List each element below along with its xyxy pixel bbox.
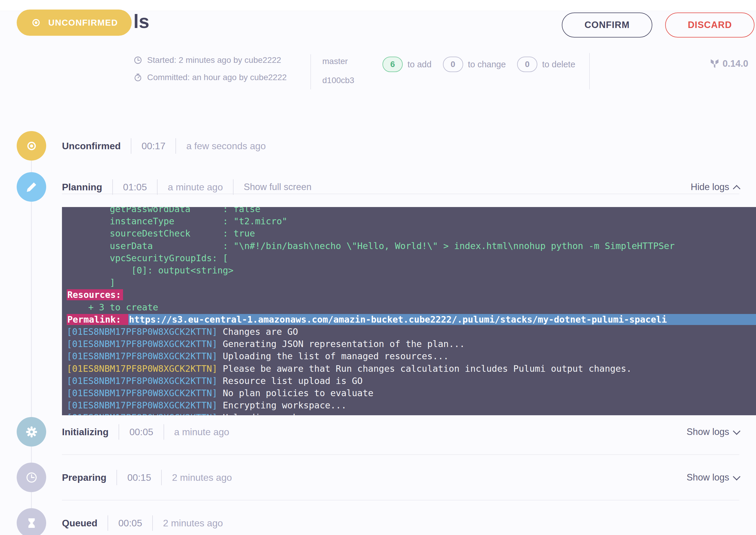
timeline-row-initializing: Initializing 00:05 a minute ago <box>62 423 229 441</box>
discard-button[interactable]: DISCARD <box>665 13 754 38</box>
stage-duration: 01:05 <box>123 182 147 193</box>
stage-duration: 00:17 <box>142 141 165 152</box>
eye-icon <box>30 17 42 28</box>
divider <box>112 179 113 195</box>
chevron-up-icon <box>733 185 740 192</box>
divider <box>176 138 176 154</box>
committed-text: Committed: an hour ago by cube2222 <box>147 73 287 82</box>
eye-icon <box>17 131 46 160</box>
show-logs-toggle-initializing[interactable]: Show logs <box>686 423 739 441</box>
stage-name: Unconfirmed <box>62 141 121 152</box>
stage-duration: 00:05 <box>129 427 153 437</box>
version-text: 0.14.0 <box>723 58 748 69</box>
clock-icon <box>133 56 142 65</box>
divider <box>117 470 117 485</box>
chevron-down-icon <box>733 473 740 480</box>
stage-name: Planning <box>62 182 102 193</box>
divider <box>107 515 108 531</box>
status-badge-label: UNCONFIRMED <box>48 18 118 28</box>
stage-ago: a minute ago <box>174 427 229 437</box>
stage-name: Queued <box>62 518 98 529</box>
row-divider <box>62 454 739 455</box>
to-delete-count: 0 <box>517 57 537 72</box>
divider <box>157 179 157 195</box>
page-title: ls <box>133 7 149 36</box>
to-add-count: 6 <box>382 57 403 72</box>
show-logs-label: Show logs <box>686 427 729 437</box>
changes-summary: 6 to add 0 to change 0 to delete <box>382 57 582 72</box>
commit-sha: d100cb3 <box>322 76 354 85</box>
stage-duration: 00:05 <box>118 518 142 529</box>
timeline-row-planning: Planning 01:05 a minute ago Show full sc… <box>62 178 312 196</box>
show-logs-toggle-preparing[interactable]: Show logs <box>686 468 739 487</box>
timeline-row-unconfirmed: Unconfirmed 00:17 a few seconds ago <box>62 137 266 155</box>
status-badge: UNCONFIRMED <box>17 10 132 36</box>
to-change-count: 0 <box>443 57 463 72</box>
pencil-icon <box>17 172 46 202</box>
stopwatch-icon <box>133 73 142 82</box>
timeline-row-queued: Queued 00:05 2 minutes ago <box>62 514 223 532</box>
chevron-down-icon <box>733 427 740 435</box>
stage-ago: 2 minutes ago <box>163 518 223 529</box>
gear-icon <box>17 417 46 446</box>
started-text: Started: 2 minutes ago by cube2222 <box>147 55 281 65</box>
divider <box>119 424 119 440</box>
stage-name: Initializing <box>62 427 108 437</box>
show-logs-label: Show logs <box>686 472 729 483</box>
stage-ago: a few seconds ago <box>186 141 266 152</box>
console-lines: getPasswordData : false instanceType : "… <box>62 207 756 415</box>
divider <box>161 470 162 485</box>
to-add-label: to add <box>407 60 432 70</box>
confirm-button[interactable]: CONFIRM <box>562 13 652 38</box>
branch-name: master <box>322 57 354 66</box>
to-delete-label: to delete <box>542 60 575 70</box>
divider <box>163 424 164 440</box>
timeline-row-preparing: Preparing 00:15 2 minutes ago <box>62 468 232 487</box>
divider <box>233 179 234 195</box>
stage-ago: 2 minutes ago <box>172 472 232 483</box>
stage-duration: 00:15 <box>127 472 151 483</box>
stage-name: Preparing <box>62 472 106 483</box>
stage-ago: a minute ago <box>168 182 223 193</box>
hourglass-icon <box>17 508 46 535</box>
hide-logs-toggle[interactable]: Hide logs <box>691 178 739 196</box>
run-meta: Started: 2 minutes ago by cube2222 Commi… <box>133 55 287 82</box>
terraform-icon <box>710 59 719 69</box>
meta-divider <box>310 54 311 89</box>
hide-logs-label: Hide logs <box>691 182 729 192</box>
clock-icon <box>17 463 46 492</box>
show-full-screen-link[interactable]: Show full screen <box>244 182 311 192</box>
divider <box>152 515 153 531</box>
row-divider <box>62 500 739 500</box>
terraform-version: 0.14.0 <box>710 58 748 69</box>
meta-divider <box>589 53 590 89</box>
branch-info: master d100cb3 <box>322 57 354 85</box>
to-change-label: to change <box>468 60 506 70</box>
divider <box>131 138 131 154</box>
console-log[interactable]: getPasswordData : false instanceType : "… <box>62 207 756 415</box>
